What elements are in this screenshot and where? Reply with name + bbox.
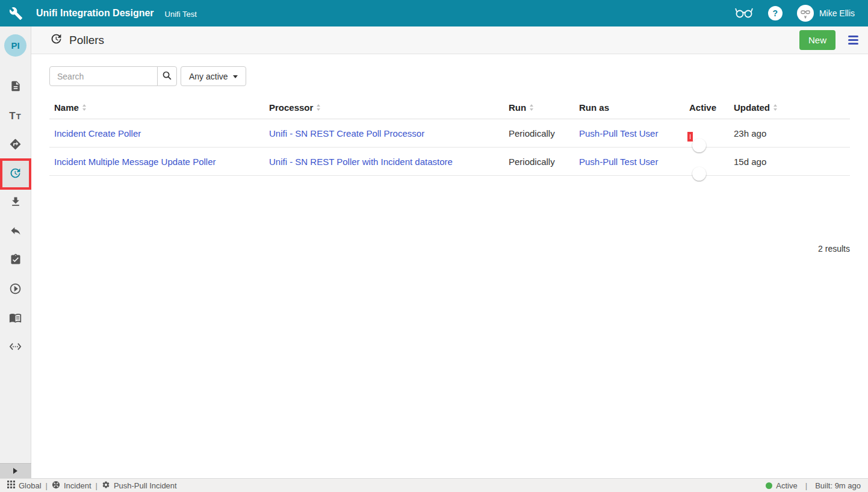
separator: | [96,481,98,490]
integration-avatar[interactable]: PI [4,34,26,57]
download-icon [10,196,22,210]
user-name: Mike Ellis [819,8,855,18]
sidebar-item-documents[interactable] [1,73,30,102]
scope-label: Global [19,481,42,490]
app-title: Unifi Integration Designer [36,8,154,19]
page-title-text: Pollers [69,34,104,47]
play-circle-icon [9,282,22,297]
sidebar: PI TT [0,26,31,478]
status-label: Active [776,481,797,490]
sort-icon [773,104,777,111]
expand-right-icon [13,468,17,474]
built-label: Built: 9m ago [815,481,861,490]
sidebar-item-routes[interactable] [1,131,30,160]
grid-icon [7,481,15,490]
sidebar-item-rollback[interactable] [1,217,30,246]
updated-value: 23h ago [729,128,850,139]
table-row: Incident Multiple Message Update Poller … [49,148,850,176]
integration-label: Push-Pull Incident [114,481,177,490]
code-brackets-icon [9,340,22,355]
hamburger-menu-icon[interactable] [847,34,860,46]
integration-indicator[interactable]: Push-Pull Incident [102,481,177,491]
text-format-icon: TT [9,110,21,122]
poller-clock-icon [9,167,22,182]
gear-icon [102,481,110,491]
column-header-run-as[interactable]: Run as [574,102,684,113]
run-value: Periodically [504,157,574,167]
user-avatar-icon [797,5,814,22]
glasses-icon[interactable] [734,6,754,21]
column-header-active: Active [684,102,729,113]
topbar: Unifi Integration Designer Unifi Test ? [0,0,868,26]
user-menu[interactable]: Mike Ellis [797,5,855,22]
sidebar-item-tasks[interactable] [1,246,30,275]
sidebar-item-run[interactable] [1,275,30,304]
sort-icon [530,104,533,111]
workspace-name[interactable]: Unifi Test [165,10,197,19]
new-button[interactable]: New [799,30,835,50]
status-dot-icon [766,482,772,489]
application-label: Incident [64,481,91,490]
document-icon [10,80,22,95]
separator: | [46,481,48,490]
chevron-down-icon [233,75,238,78]
search-group [49,66,177,86]
column-header-processor[interactable]: Processor [264,102,504,113]
diamond-arrow-icon [9,138,22,153]
sidebar-expand-button[interactable] [0,463,31,478]
processor-link[interactable]: Unifi - SN REST Create Poll Processor [269,128,424,139]
page-header: Pollers New [31,26,868,54]
incident-icon [52,481,60,491]
results-count: 2 results [818,244,850,254]
statusbar: Global | Incident | Push-Pull Incident A… [0,478,868,492]
sort-icon [82,104,86,111]
pollers-table: Name Processor Run Run as [49,96,850,176]
scope-indicator[interactable]: Global [7,481,42,490]
search-icon [162,70,172,83]
column-header-run[interactable]: Run [504,102,574,113]
page-title: Pollers [50,33,104,48]
run-as-link[interactable]: Push-Pull Test User [579,128,658,139]
table-header-row: Name Processor Run Run as [49,96,850,119]
annotation-highlight [687,132,693,142]
table-row: Incident Create Poller Unifi - SN REST C… [49,119,850,148]
active-filter-dropdown[interactable]: Any active [181,66,246,86]
column-header-updated[interactable]: Updated [729,102,850,113]
toggle-knob [692,167,706,181]
clipboard-check-icon [10,254,22,268]
book-icon [9,311,22,326]
separator: | [805,481,807,490]
poller-clock-icon [50,33,63,48]
sort-icon [317,104,320,111]
sidebar-item-fields[interactable]: TT [1,102,30,131]
column-header-name[interactable]: Name [49,102,264,113]
search-button[interactable] [157,66,177,86]
active-filter-label: Any active [189,72,228,81]
sidebar-item-pollers[interactable] [1,160,30,188]
poller-name-link[interactable]: Incident Multiple Message Update Poller [54,157,215,167]
sidebar-item-downloads[interactable] [1,188,30,217]
sidebar-item-documentation[interactable] [1,304,30,333]
help-icon[interactable]: ? [768,6,783,20]
updated-value: 15d ago [729,157,850,167]
search-input[interactable] [49,66,158,86]
poller-name-link[interactable]: Incident Create Poller [54,128,141,139]
sidebar-item-code[interactable] [1,333,30,362]
reply-arrow-icon [10,225,22,239]
content-area: Any active Name Processor Run [31,54,868,478]
wrench-icon [0,7,31,20]
application-indicator[interactable]: Incident [52,481,91,491]
processor-link[interactable]: Unifi - SN REST Poller with Incident dat… [269,157,453,167]
toggle-knob [692,139,706,152]
run-as-link[interactable]: Push-Pull Test User [579,157,658,167]
run-value: Periodically [504,128,574,139]
